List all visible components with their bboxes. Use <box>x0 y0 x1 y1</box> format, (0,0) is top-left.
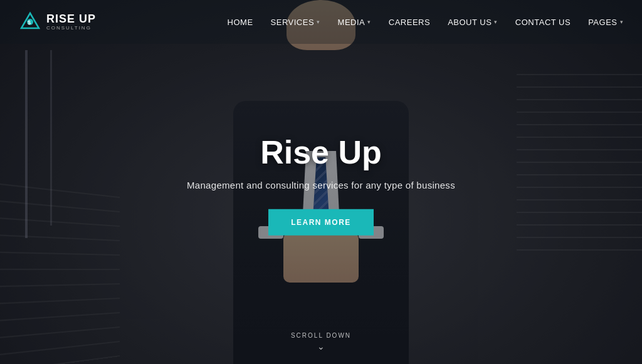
nav-item-home[interactable]: HOME <box>228 18 253 27</box>
nav-link-home[interactable]: HOME <box>228 18 253 27</box>
nav-link-pages[interactable]: PAGES ▾ <box>588 18 623 27</box>
nav-item-about[interactable]: ABOUT US ▾ <box>448 18 498 27</box>
hero-title: Rise Up <box>133 133 509 170</box>
logo[interactable]: $ RISE UP CONSULTING <box>19 11 96 33</box>
navbar: $ RISE UP CONSULTING HOME SERVICES ▾ MED… <box>0 0 642 44</box>
nav-menu: HOME SERVICES ▾ MEDIA ▾ CAREERS ABOUT US <box>228 18 623 27</box>
hero-content: Rise Up Management and consulting servic… <box>133 133 509 235</box>
pages-dropdown-arrow: ▾ <box>620 19 624 25</box>
nav-item-media[interactable]: MEDIA ▾ <box>338 18 371 27</box>
logo-sub-text: CONSULTING <box>46 26 96 31</box>
nav-link-careers[interactable]: CAREERS <box>389 18 430 27</box>
nav-item-contact[interactable]: CONTACT US <box>515 18 571 27</box>
media-dropdown-arrow: ▾ <box>367 19 371 25</box>
hero-subtitle: Management and consulting services for a… <box>133 179 509 190</box>
nav-link-about[interactable]: ABOUT US ▾ <box>448 18 498 27</box>
nav-link-services[interactable]: SERVICES ▾ <box>271 18 320 27</box>
nav-link-media[interactable]: MEDIA ▾ <box>338 18 371 27</box>
learn-more-button[interactable]: LEARN MORE <box>268 209 374 235</box>
nav-item-careers[interactable]: CAREERS <box>389 18 430 27</box>
about-dropdown-arrow: ▾ <box>494 19 498 25</box>
scroll-down-text: SCROLL DOWN <box>291 332 351 339</box>
logo-main-text: RISE UP <box>46 13 96 26</box>
logo-text: RISE UP CONSULTING <box>46 13 96 31</box>
logo-icon: $ <box>19 11 41 33</box>
hero-section: $ RISE UP CONSULTING HOME SERVICES ▾ MED… <box>0 0 642 364</box>
nav-item-pages[interactable]: PAGES ▾ <box>588 18 623 27</box>
nav-item-services[interactable]: SERVICES ▾ <box>271 18 320 27</box>
services-dropdown-arrow: ▾ <box>317 19 320 25</box>
scroll-down-arrow-icon: ⌄ <box>291 341 351 351</box>
scroll-down[interactable]: SCROLL DOWN ⌄ <box>291 332 351 351</box>
nav-link-contact[interactable]: CONTACT US <box>515 18 571 27</box>
svg-text:$: $ <box>28 19 31 26</box>
